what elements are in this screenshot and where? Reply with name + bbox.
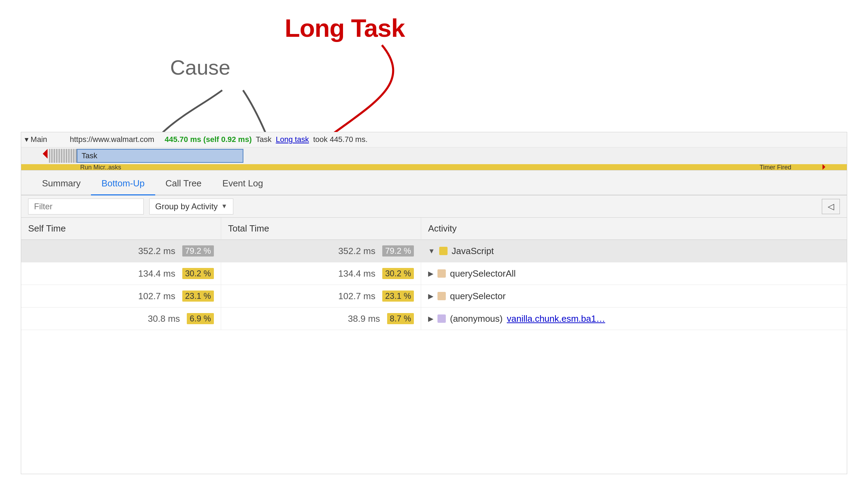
cause-annotation: Cause [170,56,230,79]
self-time-percent: 79.2 % [182,245,214,256]
expand-button[interactable]: ▶ [428,314,433,323]
cell-self-time: 102.7 ms23.1 % [21,285,221,308]
group-by-select[interactable]: Group by Activity ▼ [149,199,233,214]
table-header-row: Self Time Total Time Activity [21,218,847,240]
self-time-value: 134.4 ms [138,268,175,279]
sidebar-toggle-button[interactable]: ◁ [822,199,840,214]
task-selected-block[interactable]: Task [77,149,243,163]
run-micro-label: Run Micr..asks [80,164,121,170]
tabs-bar: Summary Bottom-Up Call Tree Event Log [21,170,847,195]
activity-table: Self Time Total Time Activity 352.2 ms79… [21,218,847,330]
task-block-label: Task [82,151,97,160]
activity-color-swatch [439,247,448,255]
self-time-value: 30.8 ms [148,313,180,324]
total-time-percent: 23.1 % [382,291,414,302]
timeline-main-url: https://www.walmart.com [70,135,154,144]
gray-bars [49,149,77,163]
self-time-percent: 6.9 % [187,313,214,324]
activity-name: querySelector [450,291,506,302]
activity-color-swatch [437,292,446,300]
total-time-percent: 79.2 % [382,245,414,256]
red-marker-right [823,164,825,170]
task-suffix: Task [256,135,272,144]
self-time-percent: 23.1 % [182,291,214,302]
cell-total-time: 38.9 ms8.7 % [221,308,421,330]
total-time-value: 352.2 ms [338,246,375,256]
filter-input[interactable] [28,199,144,214]
total-time-value: 38.9 ms [348,313,380,324]
timeline-main-label: ▾ Main [25,135,66,144]
expand-button[interactable]: ▶ [428,269,433,278]
activity-color-swatch [437,314,446,323]
tab-summary[interactable]: Summary [32,173,91,195]
chevron-down-icon: ▼ [221,203,227,210]
expand-button[interactable]: ▶ [428,292,433,300]
cell-total-time: 134.4 ms30.2 % [221,262,421,285]
table-row[interactable]: 352.2 ms79.2 %352.2 ms79.2 %▼JavaScript [21,240,847,262]
task-timing-info: 445.70 ms (self 0.92 ms) Task Long task … [165,135,367,144]
timeline-area: ▾ Main https://www.walmart.com 445.70 ms… [21,132,847,170]
task-time-green: 445.70 ms (self 0.92 ms) [165,135,252,144]
tab-bottom-up[interactable]: Bottom-Up [91,173,155,195]
activity-color-swatch [437,269,446,278]
cell-self-time: 134.4 ms30.2 % [21,262,221,285]
self-time-value: 352.2 ms [138,246,175,256]
sidebar-toggle-icon: ◁ [828,202,834,211]
cell-self-time: 30.8 ms6.9 % [21,308,221,330]
group-by-label: Group by Activity [155,202,218,211]
long-task-link[interactable]: Long task [276,135,309,144]
long-task-time: took 445.70 ms. [313,135,368,144]
task-bar-row: Task Run Micr..asks Timer Fired [21,148,847,170]
cell-total-time: 352.2 ms79.2 % [221,240,421,262]
cell-activity: ▶querySelectorAll [421,262,847,285]
red-marker-left [43,149,48,159]
activity-name: (anonymous) [450,313,503,324]
col-self-time[interactable]: Self Time [21,218,221,240]
toolbar: Group by Activity ▼ ◁ [21,195,847,218]
self-time-percent: 30.2 % [182,268,214,279]
activity-name: JavaScript [452,246,494,256]
cell-activity: ▶querySelector [421,285,847,308]
self-time-value: 102.7 ms [138,291,175,302]
activity-source-link[interactable]: vanilla.chunk.esm.ba1… [507,313,605,324]
tab-call-tree[interactable]: Call Tree [155,173,212,195]
timeline-main-row: ▾ Main https://www.walmart.com 445.70 ms… [21,132,847,148]
cell-self-time: 352.2 ms79.2 % [21,240,221,262]
devtools-panel: ▾ Main https://www.walmart.com 445.70 ms… [21,132,847,474]
tab-event-log[interactable]: Event Log [212,173,274,195]
col-activity[interactable]: Activity [421,218,847,240]
total-time-value: 102.7 ms [338,291,375,302]
total-time-percent: 30.2 % [382,268,414,279]
table-row[interactable]: 102.7 ms23.1 %102.7 ms23.1 %▶querySelect… [21,285,847,308]
total-time-value: 134.4 ms [338,268,375,279]
table-row[interactable]: 30.8 ms6.9 %38.9 ms8.7 %▶(anonymous)vani… [21,308,847,330]
cell-activity: ▶(anonymous)vanilla.chunk.esm.ba1… [421,308,847,330]
timer-fired-label: Timer Fired [760,164,791,170]
total-time-percent: 8.7 % [387,313,414,324]
cell-activity: ▼JavaScript [421,240,847,262]
long-task-annotation: Long Task [285,14,405,42]
activity-name: querySelectorAll [450,268,516,279]
col-total-time[interactable]: Total Time [221,218,421,240]
cell-total-time: 102.7 ms23.1 % [221,285,421,308]
activity-table-container: Self Time Total Time Activity 352.2 ms79… [21,218,847,474]
yellow-bar [21,164,847,170]
expand-button[interactable]: ▼ [428,247,435,255]
table-row[interactable]: 134.4 ms30.2 %134.4 ms30.2 %▶querySelect… [21,262,847,285]
